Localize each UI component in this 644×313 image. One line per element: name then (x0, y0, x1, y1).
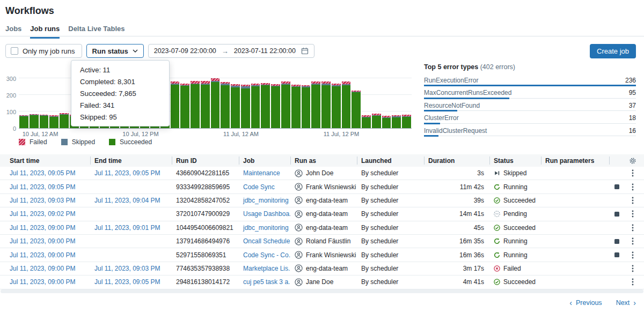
chart-bar (362, 115, 371, 128)
next-button[interactable]: Next › (616, 299, 636, 307)
end-time-link[interactable]: Jul 11, 2023, 09:05 PM (94, 278, 160, 286)
cell-start-time: Jul 11, 2023, 09:00 PM (0, 224, 90, 232)
legend-label: Failed (30, 138, 47, 146)
end-time-link[interactable]: Jul 11, 2023, 09:04 PM (94, 197, 160, 204)
kebab-menu-icon[interactable] (632, 169, 634, 177)
previous-button[interactable]: ‹ Previous (569, 299, 602, 307)
date-from-value[interactable]: 2023-07-09 22:00:00 (154, 47, 216, 55)
job-link[interactable]: Usage Dashboa... (243, 210, 290, 218)
only-my-job-runs-checkbox[interactable] (11, 47, 18, 55)
top-errors-title-text: Top 5 error types (424, 63, 478, 71)
run-status-option[interactable]: Failed: 341 (71, 100, 169, 111)
chart-bar (221, 82, 230, 128)
only-my-job-runs-filter[interactable]: Only my job runs (5, 44, 82, 58)
chart-legend: FailedSkippedSucceeded (19, 138, 152, 146)
start-time-link[interactable]: Jul 11, 2023, 09:03 PM (10, 197, 76, 204)
job-link[interactable]: Maintenance (243, 169, 280, 177)
start-time-link[interactable]: Jul 11, 2023, 09:00 PM (10, 278, 76, 286)
kebab-menu-icon[interactable] (632, 183, 634, 191)
cell-launched: By scheduler (357, 224, 424, 232)
calendar-icon[interactable] (301, 47, 309, 55)
error-count: 236 (625, 77, 636, 84)
legend-item-skipped[interactable]: Skipped (61, 138, 95, 146)
job-link[interactable]: cuj pe5 task 3 a... (243, 278, 290, 286)
column-header-label: Run ID (176, 157, 197, 165)
start-time-link[interactable]: Jul 11, 2023, 09:02 PM (10, 210, 76, 218)
kebab-menu-icon[interactable] (632, 265, 634, 272)
tab-delta-live-tables[interactable]: Delta Live Tables (68, 25, 125, 39)
chart-bar (241, 85, 250, 128)
kebab-menu-icon[interactable] (632, 278, 634, 286)
cell-job: cuj pe5 task 3 a... (239, 278, 290, 286)
run-as-name: eng-data-team (306, 265, 348, 272)
workflows-page: Workflows Jobs Job runs Delta Live Table… (0, 0, 644, 313)
run-status-option[interactable]: Skipped: 95 (71, 111, 169, 123)
bar-segment-succeeded (362, 117, 371, 128)
end-time-link[interactable]: Jul 11, 2023, 09:03 PM (94, 265, 160, 272)
cell-job: Marketplace Lis... (239, 265, 290, 272)
start-time-link[interactable]: Jul 11, 2023, 09:00 PM (10, 265, 76, 272)
run-as-name: Jane Doe (306, 278, 333, 286)
create-job-button[interactable]: Create job (590, 44, 636, 58)
run-status-option[interactable]: Active: 11 (71, 64, 169, 76)
end-time-link[interactable]: Jul 11, 2023, 09:01 PM (94, 224, 160, 232)
cell-launched: By scheduler (357, 183, 424, 191)
horizontal-scrollbar[interactable] (1, 289, 643, 293)
cell-end-time: Jul 11, 2023, 09:05 PM (90, 278, 172, 286)
cell-start-time: Jul 11, 2023, 09:05 PM (0, 183, 90, 191)
stop-run-button[interactable] (614, 184, 619, 189)
kebab-menu-icon[interactable] (632, 197, 634, 204)
start-time-link[interactable]: Jul 11, 2023, 09:05 PM (10, 183, 76, 191)
stop-run-button[interactable] (614, 212, 619, 217)
cell-run-as: eng-data-team (290, 210, 357, 218)
date-to-value[interactable]: 2023-07-11 22:00:00 (234, 47, 296, 55)
status-pending-icon (494, 211, 500, 217)
cell-actions (609, 251, 644, 259)
run-status-dropdown-button[interactable]: Run status (86, 44, 144, 58)
legend-label: Succeeded (120, 138, 152, 146)
cell-launched: By scheduler (357, 251, 424, 259)
table-row: Jul 11, 2023, 09:05 PM933349928859695Cod… (0, 180, 644, 193)
chart-bar (60, 113, 69, 128)
start-time-link[interactable]: Jul 11, 2023, 09:00 PM (10, 224, 76, 232)
table-row: Jul 11, 2023, 09:00 PMJul 11, 2023, 09:0… (0, 275, 644, 289)
job-link[interactable]: jdbc_monitoring (243, 224, 289, 232)
start-time-link[interactable]: Jul 11, 2023, 09:00 PM (10, 237, 76, 245)
cell-duration: 4m 41s (424, 278, 489, 286)
legend-item-succeeded[interactable]: Succeeded (109, 138, 152, 146)
status-succeeded-icon (494, 279, 500, 285)
job-link[interactable]: Oncall Schedule (243, 237, 290, 245)
stop-run-button[interactable] (614, 239, 619, 244)
run-status-option[interactable]: Succeeded: 7,865 (71, 88, 169, 100)
chart-bar (291, 85, 301, 128)
chart-bar (332, 84, 341, 128)
job-link[interactable]: Code Sync (243, 183, 275, 191)
date-range-picker[interactable]: 2023-07-09 22:00:00 → 2023-07-11 22:00:0… (148, 44, 314, 58)
job-runs-table: Start timeEnd timeRun IDJobRun asLaunche… (0, 154, 644, 293)
column-header-label: Launched (361, 157, 392, 165)
stop-run-button[interactable] (614, 252, 619, 257)
end-time-link[interactable]: Jul 11, 2023, 09:05 PM (94, 169, 160, 177)
chart-bar (40, 115, 49, 128)
error-name: RunExecutionError (424, 77, 478, 84)
error-count: 95 (629, 89, 636, 96)
legend-swatch-succeeded (109, 139, 115, 145)
job-link[interactable]: jdbc_monitoring (243, 197, 289, 204)
avatar-icon (295, 169, 303, 177)
start-time-link[interactable]: Jul 11, 2023, 09:05 PM (10, 169, 76, 177)
kebab-menu-icon[interactable] (632, 251, 634, 259)
cell-duration: 3s (424, 169, 489, 177)
gear-icon[interactable] (629, 157, 636, 165)
legend-item-failed[interactable]: Failed (19, 138, 47, 146)
tab-jobs[interactable]: Jobs (5, 25, 21, 39)
job-link[interactable]: Code Sync - Co... (243, 251, 290, 259)
kebab-menu-icon[interactable] (632, 237, 634, 245)
start-time-link[interactable]: Jul 11, 2023, 09:00 PM (10, 251, 76, 259)
job-link[interactable]: Marketplace Lis... (243, 265, 290, 272)
arrow-right-icon: → (222, 47, 229, 55)
kebab-menu-icon[interactable] (632, 224, 634, 232)
cell-run-id: 52971558069351 (172, 251, 239, 259)
tab-job-runs[interactable]: Job runs (30, 25, 60, 39)
kebab-menu-icon[interactable] (632, 210, 634, 218)
run-status-option[interactable]: Completed: 8,301 (71, 76, 169, 88)
